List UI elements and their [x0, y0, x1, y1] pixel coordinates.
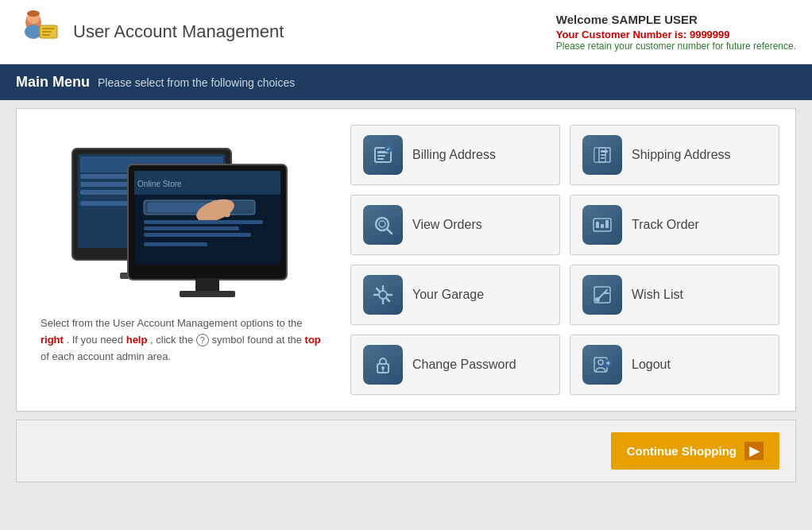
svg-line-46 — [387, 229, 392, 234]
svg-rect-36 — [377, 158, 384, 160]
svg-rect-28 — [144, 226, 239, 230]
svg-point-47 — [379, 221, 385, 227]
continue-arrow-icon: ▶ — [744, 442, 764, 460]
user-account-icon — [16, 8, 64, 56]
svg-rect-42 — [601, 150, 608, 153]
instruction-text: Select from the User Account Management … — [33, 315, 334, 365]
svg-rect-25 — [219, 199, 225, 217]
header-left: User Account Management — [16, 8, 284, 56]
svg-rect-31 — [195, 278, 219, 292]
shipping-address-icon — [582, 135, 622, 175]
continue-shopping-label: Continue Shopping — [627, 444, 737, 458]
svg-point-67 — [598, 360, 603, 365]
wish-list-label: Wish List — [632, 288, 683, 302]
change-password-label: Change Password — [412, 358, 516, 372]
svg-rect-43 — [601, 154, 606, 156]
logout-label: Logout — [632, 358, 671, 372]
monitor-illustration: Online Store — [64, 125, 303, 300]
retain-message: Please retain your customer number for f… — [556, 41, 796, 52]
welcome-message: Welcome SAMPLE USER — [556, 13, 796, 26]
svg-rect-6 — [42, 31, 52, 33]
menu-item-track-order[interactable]: Track Order — [570, 195, 779, 255]
page-title: User Account Management — [73, 21, 284, 42]
wish-list-icon — [582, 275, 622, 315]
menu-grid: ✓ Billing Address Shipping Address View … — [350, 125, 779, 395]
menu-item-view-orders[interactable]: View Orders — [350, 195, 560, 255]
menu-item-your-garage[interactable]: Your Garage — [350, 265, 560, 325]
svg-text:✓: ✓ — [386, 146, 391, 152]
header-user-info: Welcome SAMPLE USER Your Customer Number… — [556, 13, 796, 52]
billing-address-icon: ✓ — [363, 135, 403, 175]
svg-line-57 — [377, 288, 380, 292]
left-panel: Online Store — [33, 125, 334, 365]
your-garage-icon — [363, 275, 403, 315]
logout-icon — [582, 345, 622, 385]
svg-text:Online Store: Online Store — [137, 180, 182, 188]
menu-item-shipping-address[interactable]: Shipping Address — [570, 125, 779, 185]
view-orders-label: View Orders — [412, 218, 482, 232]
view-orders-icon — [363, 205, 403, 245]
bottom-bar: Continue Shopping ▶ — [16, 420, 796, 482]
menu-item-wish-list[interactable]: Wish List — [570, 265, 779, 325]
page-header: User Account Management Welcome SAMPLE U… — [0, 0, 812, 64]
svg-line-58 — [386, 298, 389, 301]
svg-rect-44 — [601, 157, 605, 159]
menu-bar-title: Main Menu — [16, 74, 90, 91]
your-garage-label: Your Garage — [412, 288, 484, 302]
customer-number-label: Your Customer Number is: 9999999 — [556, 29, 796, 41]
main-menu-bar: Main Menu Please select from the followi… — [0, 64, 812, 100]
svg-rect-51 — [605, 220, 609, 228]
track-order-label: Track Order — [632, 218, 699, 232]
svg-rect-29 — [144, 233, 251, 237]
svg-rect-50 — [601, 224, 604, 228]
change-password-icon — [363, 345, 403, 385]
svg-point-61 — [595, 297, 600, 302]
svg-point-2 — [27, 10, 40, 17]
right-keyword: right — [41, 334, 64, 346]
svg-rect-49 — [596, 222, 599, 228]
content-inner: Online Store — [33, 125, 779, 395]
help-circle-icon: ? — [196, 334, 209, 346]
help-keyword: help — [126, 334, 148, 346]
shipping-address-label: Shipping Address — [632, 148, 731, 162]
svg-rect-35 — [377, 155, 385, 157]
menu-item-logout[interactable]: Logout — [570, 335, 779, 395]
continue-shopping-button[interactable]: Continue Shopping ▶ — [611, 432, 779, 470]
menu-item-billing-address[interactable]: ✓ Billing Address — [350, 125, 560, 185]
svg-rect-30 — [144, 242, 207, 246]
svg-rect-7 — [42, 34, 50, 36]
customer-number-value: 9999999 — [690, 29, 730, 41]
svg-rect-32 — [180, 291, 235, 297]
svg-rect-27 — [144, 220, 263, 224]
billing-address-label: Billing Address — [412, 148, 496, 162]
menu-bar-subtitle: Please select from the following choices — [98, 76, 295, 89]
top-keyword: top — [305, 334, 321, 346]
content-area: Online Store — [16, 108, 796, 412]
svg-rect-5 — [42, 28, 55, 29]
track-order-icon — [582, 205, 622, 245]
menu-item-change-password[interactable]: Change Password — [350, 335, 560, 395]
